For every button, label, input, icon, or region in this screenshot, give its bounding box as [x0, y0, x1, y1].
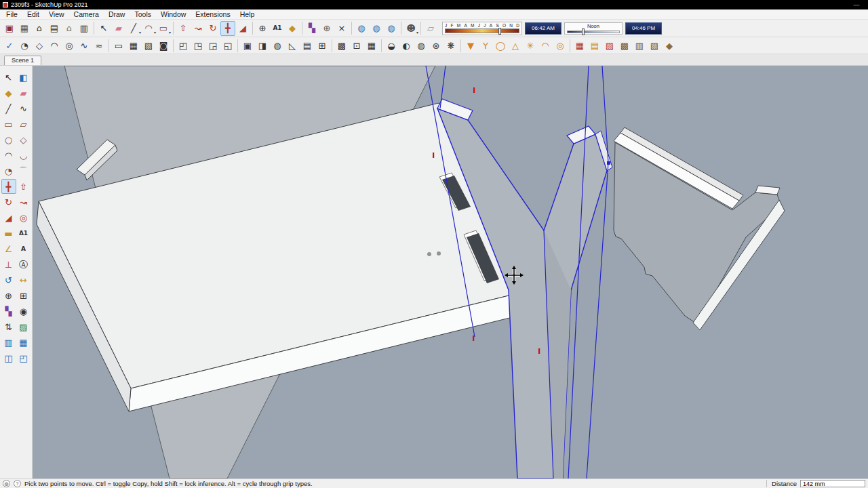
section-plane-tool[interactable]: ▨ — [16, 319, 31, 334]
table-icon[interactable]: ▦ — [126, 38, 141, 53]
section-display-icon[interactable]: ◫ — [1, 350, 16, 365]
circle-quarter-icon[interactable]: ◔ — [17, 38, 32, 53]
zoom-tool[interactable]: ⊕ — [1, 288, 16, 303]
goblet-icon[interactable]: Y — [478, 38, 493, 53]
paint-bucket-tool[interactable]: ◆ — [1, 85, 16, 100]
rotate-tool[interactable]: ↻ — [1, 195, 16, 209]
dimension-tool[interactable]: A1 — [270, 21, 285, 36]
menu-tools[interactable]: Tools — [130, 9, 156, 20]
arc-tool[interactable]: ◠ — [1, 148, 16, 163]
position-camera-tool[interactable]: ▚ — [304, 21, 319, 36]
materials-list-icon[interactable]: ▥ — [77, 21, 92, 36]
cells-icon[interactable]: ▦ — [364, 38, 379, 53]
zoom-window-tool[interactable]: ⊕ — [255, 21, 270, 36]
flower-icon[interactable]: ❋ — [443, 38, 458, 53]
grid-icon[interactable]: ⊞ — [315, 38, 330, 53]
classifier-icon-1[interactable]: ◍ — [354, 21, 369, 36]
axes-tool[interactable]: ⊥ — [1, 257, 16, 272]
section-cuts-icon[interactable]: ◰ — [16, 350, 31, 365]
validate-check-icon[interactable]: ✓ — [2, 38, 17, 53]
follow-me-tool[interactable]: ↝ — [16, 195, 31, 209]
zoom-extents-tool[interactable]: ⊞ — [16, 288, 31, 303]
warehouse-icon[interactable]: ⌂ — [62, 21, 77, 36]
prism-icon[interactable]: ◺ — [285, 38, 300, 53]
push-pull-tool[interactable]: ⇧ — [176, 21, 191, 36]
date-slider-track[interactable] — [445, 28, 519, 33]
menu-view[interactable]: View — [44, 9, 69, 20]
rect-corner-icon-2[interactable]: ◳ — [191, 38, 205, 53]
select-tool[interactable]: ↖ — [1, 70, 16, 85]
three-d-text-tool[interactable]: Ⓐ — [16, 257, 31, 272]
orbit-tool[interactable]: ↺ — [1, 272, 16, 287]
dimension-tool[interactable]: A1 — [16, 226, 31, 241]
mesh-icon[interactable]: ▤ — [300, 38, 315, 53]
menu-help[interactable]: Help — [235, 9, 260, 20]
geolocation-icon[interactable]: ◍ — [3, 480, 10, 487]
minimize-button[interactable]: — — [848, 1, 865, 8]
polygon-outline-icon[interactable]: ◇ — [32, 38, 47, 53]
lock-icon[interactable]: ◙ — [156, 38, 171, 53]
viewport-3d[interactable] — [33, 66, 868, 479]
target-icon[interactable]: ◎ — [553, 38, 568, 53]
components-stack-icon[interactable]: ▦ — [17, 21, 32, 36]
big-eraser-icon[interactable]: ▱ — [423, 21, 438, 36]
menu-file[interactable]: File — [1, 9, 22, 20]
section-fill-icon[interactable]: ▦ — [16, 335, 31, 350]
fabric-swatch-icon[interactable]: ▨ — [602, 38, 617, 53]
text-tool[interactable]: A — [16, 241, 31, 256]
protractor-tool[interactable]: ∠ — [1, 241, 16, 256]
kit-box-icon[interactable]: ▧ — [647, 38, 662, 53]
box-icon[interactable]: ▣ — [240, 38, 255, 53]
line-tool[interactable]: ╱ — [1, 101, 16, 116]
time-slider-track[interactable] — [567, 30, 620, 33]
help-icon[interactable]: ? — [14, 480, 21, 487]
contrast-icon[interactable]: ◐ — [399, 38, 414, 53]
two-point-arc-tool[interactable]: ⌒ — [16, 163, 31, 178]
position-camera-tool[interactable]: ▚ — [1, 304, 16, 319]
look-around-tool[interactable]: ◉ — [16, 304, 31, 319]
follow-me-tool[interactable]: ↝ — [191, 21, 205, 36]
cylinder-icon[interactable]: ◍ — [270, 38, 285, 53]
select-tool[interactable]: ↖ — [96, 21, 111, 36]
rectangle-tool[interactable]: ▭ — [1, 117, 16, 131]
dotted-circle-icon[interactable]: ◍ — [414, 38, 429, 53]
sine-icon[interactable]: ∿ — [77, 38, 92, 53]
arc-tool[interactable]: ◠▾ — [141, 21, 156, 36]
classifier-icon-2[interactable]: ◍ — [369, 21, 384, 36]
walk-tool[interactable]: ⇅ — [1, 319, 16, 334]
pattern-icon[interactable]: ▩ — [334, 38, 349, 53]
time-slider-handle[interactable] — [582, 28, 585, 35]
dropdown-arrow-icon[interactable]: ▾ — [416, 30, 418, 35]
asterisk-circle-icon[interactable]: ⊛ — [429, 38, 443, 53]
texture-icon[interactable]: ▩ — [617, 38, 632, 53]
eraser-tool[interactable]: ▰ — [111, 21, 126, 36]
scale-tool[interactable]: ◢ — [235, 21, 250, 36]
diamond-plate-icon[interactable]: ◆ — [662, 38, 677, 53]
menu-window[interactable]: Window — [156, 9, 191, 20]
pie-tool[interactable]: ◔ — [1, 163, 16, 178]
text-box-icon[interactable]: ▭ — [111, 38, 126, 53]
date-slider-handle[interactable] — [498, 28, 501, 35]
line-tool[interactable]: ╱▾ — [126, 21, 141, 36]
rect-corner-icon-3[interactable]: ◲ — [205, 38, 220, 53]
menu-extensions[interactable]: Extensions — [191, 9, 235, 20]
half-circle-icon[interactable]: ◒ — [384, 38, 399, 53]
tape-measure-tool[interactable]: ▬ — [1, 226, 16, 241]
dome-icon[interactable]: ◠ — [538, 38, 553, 53]
polygon-tool[interactable]: ◇ — [16, 132, 31, 147]
push-pull-tool[interactable]: ⇧ — [16, 179, 31, 194]
sun-icon[interactable]: ✳ — [523, 38, 538, 53]
menu-camera[interactable]: Camera — [69, 9, 104, 20]
menu-edit[interactable]: Edit — [22, 9, 44, 20]
offset-tool[interactable]: ◎ — [16, 210, 31, 225]
make-component-tool[interactable]: ◧ — [16, 70, 31, 85]
materials-book-icon[interactable]: ▤ — [587, 38, 602, 53]
circle-tool[interactable]: ○ — [1, 132, 16, 147]
shadow-date-slider[interactable]: JFMAMJJASOND — [442, 22, 522, 35]
shapes-tool[interactable]: ▭▾ — [156, 21, 171, 36]
distance-input[interactable] — [800, 480, 865, 487]
freehand-tool[interactable]: ∿ — [16, 101, 31, 116]
material-swatch-icon[interactable]: ▦ — [572, 38, 587, 53]
eraser-tool[interactable]: ▰ — [16, 85, 31, 100]
curve-icon[interactable]: ◠ — [47, 38, 62, 53]
